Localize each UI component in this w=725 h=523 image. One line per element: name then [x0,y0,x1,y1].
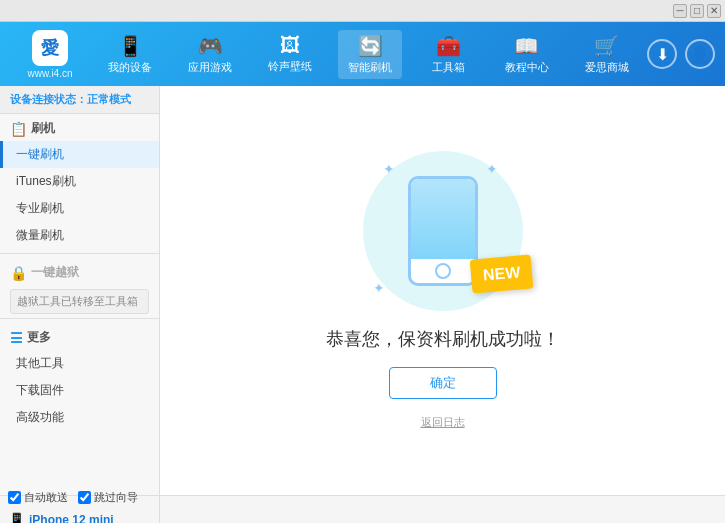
nav-item-apps[interactable]: 🎮 应用游戏 [178,30,242,79]
return-link[interactable]: 返回日志 [421,415,465,430]
download-firmware-label: 下载固件 [16,383,64,397]
download-button[interactable]: ⬇ [647,39,677,69]
wallpaper-icon: 🖼 [280,34,300,57]
logo-text: www.i4.cn [27,68,72,79]
section-more: ☰ 更多 [0,323,159,350]
nav-item-mall[interactable]: 🛒 爱思商城 [575,30,639,79]
sparkle-3: ✦ [373,280,385,296]
new-badge-text: NEW [482,263,521,283]
device-phone-icon: 📱 [8,512,25,523]
section-flash: 📋 刷机 [0,114,159,141]
nav-items: 📱 我的设备 🎮 应用游戏 🖼 铃声壁纸 🔄 智能刷机 🧰 工具箱 📖 教程中心… [90,30,647,79]
smart-flash-icon: 🔄 [358,34,383,58]
wallpaper-label: 铃声壁纸 [268,59,312,74]
jailbreak-note: 越狱工具已转移至工具箱 [10,289,149,314]
skip-guide-checkbox[interactable] [78,491,91,504]
new-badge: NEW [470,254,534,293]
sidebar-item-download-firmware[interactable]: 下载固件 [0,377,159,404]
content-area: ✦ ✦ ✦ NEW 恭喜您，保资料刷机成功啦！ 确定 返回日志 [160,86,725,495]
itunes-flash-label: iTunes刷机 [16,174,76,188]
logo-icon: 愛 [32,30,68,66]
auto-send-checkbox[interactable] [8,491,21,504]
nav-item-my-device[interactable]: 📱 我的设备 [98,30,162,79]
toolbox-label: 工具箱 [432,60,465,75]
my-device-icon: 📱 [118,34,143,58]
nav-right: ⬇ 👤 [647,39,715,69]
toolbox-icon: 🧰 [436,34,461,58]
confirm-button[interactable]: 确定 [389,367,497,399]
sidebar-item-itunes-flash[interactable]: iTunes刷机 [0,168,159,195]
my-device-label: 我的设备 [108,60,152,75]
checkbox-row: 自动敢送 跳过向导 [8,487,151,508]
sparkle-2: ✦ [486,161,498,177]
advanced-label: 高级功能 [16,410,64,424]
phone-body [408,176,478,286]
user-button[interactable]: 👤 [685,39,715,69]
hero-area: ✦ ✦ ✦ NEW 恭喜您，保资料刷机成功啦！ 确定 返回日志 [326,151,560,430]
bottom-left-panel: 自动敢送 跳过向导 📱 iPhone 12 mini 64GB Down-12m… [0,496,160,523]
sidebar-item-other-tools[interactable]: 其他工具 [0,350,159,377]
smart-flash-label: 智能刷机 [348,60,392,75]
phone-illustration: ✦ ✦ ✦ NEW [363,151,523,311]
status-value: 正常模式 [87,93,131,105]
section-jailbreak: 🔒 一键越狱 [0,258,159,285]
jailbreak-section-icon: 🔒 [10,265,27,281]
nav-item-smart-flash[interactable]: 🔄 智能刷机 [338,30,402,79]
device-block: 📱 iPhone 12 mini 64GB Down-12mini-13,1 [8,508,151,523]
more-section-icon: ☰ [10,330,23,346]
nav-item-toolbox[interactable]: 🧰 工具箱 [419,30,479,79]
top-nav: 愛 www.i4.cn 📱 我的设备 🎮 应用游戏 🖼 铃声壁纸 🔄 智能刷机 … [0,22,725,86]
other-tools-label: 其他工具 [16,356,64,370]
flash-section-label: 刷机 [31,120,55,137]
jailbreak-section-label: 一键越狱 [31,264,79,281]
skip-guide-label: 跳过向导 [94,490,138,505]
tutorial-icon: 📖 [514,34,539,58]
sidebar-item-advanced[interactable]: 高级功能 [0,404,159,431]
bottom-main-right [160,496,725,523]
bottom-row1: 自动敢送 跳过向导 📱 iPhone 12 mini 64GB Down-12m… [0,495,725,523]
checkbox-skip-guide[interactable]: 跳过向导 [78,490,138,505]
tutorial-label: 教程中心 [505,60,549,75]
auto-send-label: 自动敢送 [24,490,68,505]
device-name: iPhone 12 mini [29,513,114,523]
status-label: 设备连接状态： [10,93,87,105]
sidebar-item-micro-flash[interactable]: 微量刷机 [0,222,159,249]
micro-flash-label: 微量刷机 [16,228,64,242]
close-button[interactable]: ✕ [707,4,721,18]
divider-1 [0,253,159,254]
sidebar: 设备连接状态：正常模式 📋 刷机 一键刷机 iTunes刷机 专业刷机 微量刷机… [0,86,160,495]
nav-item-tutorial[interactable]: 📖 教程中心 [495,30,559,79]
bottom-container: 自动敢送 跳过向导 📱 iPhone 12 mini 64GB Down-12m… [0,495,725,523]
maximize-button[interactable]: □ [690,4,704,18]
mall-icon: 🛒 [594,34,619,58]
apps-icon: 🎮 [198,34,223,58]
sparkle-1: ✦ [383,161,395,177]
success-text: 恭喜您，保资料刷机成功啦！ [326,327,560,351]
main-layout: 设备连接状态：正常模式 📋 刷机 一键刷机 iTunes刷机 专业刷机 微量刷机… [0,86,725,495]
minimize-button[interactable]: ─ [673,4,687,18]
phone-screen [411,179,475,259]
phone-circle-bg: ✦ ✦ ✦ NEW [363,151,523,311]
title-bar: ─ □ ✕ [0,0,725,22]
apps-label: 应用游戏 [188,60,232,75]
one-click-flash-label: 一键刷机 [16,147,64,161]
nav-item-wallpaper[interactable]: 🖼 铃声壁纸 [258,30,322,78]
pro-flash-label: 专业刷机 [16,201,64,215]
sidebar-status: 设备连接状态：正常模式 [0,86,159,114]
divider-2 [0,318,159,319]
more-section-label: 更多 [27,329,51,346]
flash-section-icon: 📋 [10,121,27,137]
logo[interactable]: 愛 www.i4.cn [10,30,90,79]
jailbreak-note-text: 越狱工具已转移至工具箱 [17,295,138,307]
sidebar-item-pro-flash[interactable]: 专业刷机 [0,195,159,222]
phone-home-button [435,263,451,279]
checkbox-auto-send[interactable]: 自动敢送 [8,490,68,505]
sidebar-item-one-click-flash[interactable]: 一键刷机 [0,141,159,168]
mall-label: 爱思商城 [585,60,629,75]
